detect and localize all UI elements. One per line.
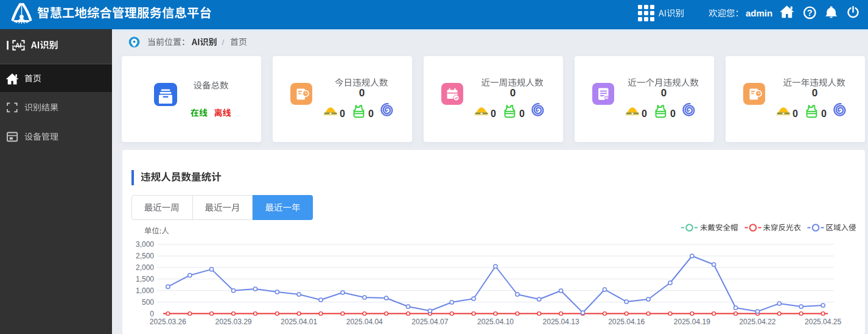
svg-text:2025.04.01: 2025.04.01: [281, 318, 317, 326]
svg-text:0: 0: [510, 87, 516, 99]
svg-text:2025.04.22: 2025.04.22: [739, 318, 775, 326]
svg-text:2025.03.29: 2025.03.29: [215, 318, 251, 326]
svg-text:admin: admin: [746, 8, 772, 18]
svg-text:2025.04.13: 2025.04.13: [543, 318, 579, 326]
svg-text:0: 0: [793, 108, 798, 119]
svg-text:1,500: 1,500: [136, 275, 154, 283]
svg-text:2025.04.16: 2025.04.16: [608, 318, 645, 326]
svg-text:1,000: 1,000: [136, 286, 154, 295]
svg-text:2,500: 2,500: [136, 252, 154, 260]
svg-text:?: ?: [807, 8, 813, 18]
svg-text:2025.04.07: 2025.04.07: [411, 318, 448, 326]
svg-text:0: 0: [821, 108, 827, 119]
svg-text:500: 500: [142, 298, 154, 307]
svg-text:/: /: [222, 38, 225, 47]
svg-text:0: 0: [491, 108, 496, 119]
svg-text:0: 0: [670, 108, 676, 119]
svg-text:0: 0: [340, 108, 345, 119]
svg-text:2025.04.04: 2025.04.04: [346, 318, 383, 326]
svg-text:0: 0: [642, 108, 647, 119]
svg-text:0: 0: [661, 87, 667, 99]
svg-text:0: 0: [150, 310, 154, 318]
svg-text:0: 0: [368, 108, 374, 119]
svg-text:2025.03.26: 2025.03.26: [150, 318, 186, 326]
svg-text:0: 0: [812, 87, 817, 99]
svg-text:0: 0: [359, 87, 365, 99]
svg-text:2,000: 2,000: [136, 263, 154, 272]
svg-text:3,000: 3,000: [136, 240, 154, 249]
svg-text:2025.04.19: 2025.04.19: [674, 318, 710, 326]
svg-text:0: 0: [519, 108, 525, 119]
svg-text:2025.04.25: 2025.04.25: [805, 318, 841, 326]
svg-text:2025.04.10: 2025.04.10: [477, 318, 514, 326]
